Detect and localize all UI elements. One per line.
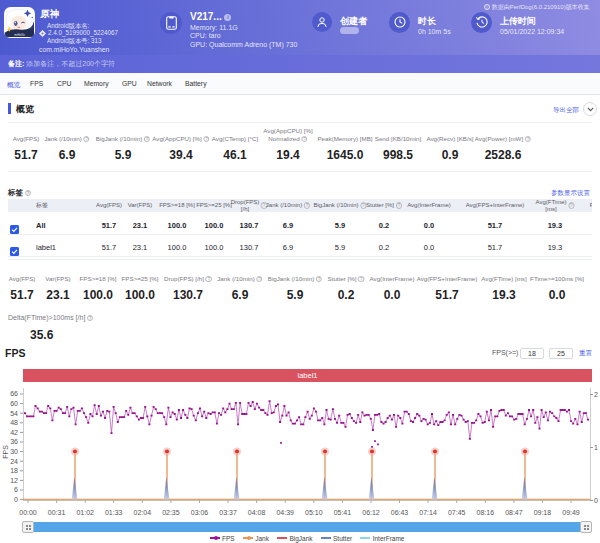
svg-text:08:47: 08:47 <box>505 509 523 516</box>
svg-text:05:10: 05:10 <box>305 509 323 516</box>
svg-text:01:33: 01:33 <box>105 509 123 516</box>
svg-text:12: 12 <box>10 477 18 484</box>
svg-text:24: 24 <box>10 458 18 465</box>
svg-text:42: 42 <box>10 429 18 436</box>
svg-text:00:31: 00:31 <box>48 509 66 516</box>
svg-text:02:04: 02:04 <box>134 509 152 516</box>
svg-text:04:39: 04:39 <box>276 509 294 516</box>
svg-text:03:37: 03:37 <box>219 509 237 516</box>
svg-text:FPS: FPS <box>2 445 9 459</box>
svg-text:2: 2 <box>594 391 598 398</box>
svg-text:07:45: 07:45 <box>448 509 466 516</box>
svg-text:36: 36 <box>10 438 18 445</box>
svg-text:1: 1 <box>594 444 598 451</box>
svg-text:0: 0 <box>14 496 18 503</box>
svg-text:05:41: 05:41 <box>334 509 352 516</box>
svg-text:00:00: 00:00 <box>19 509 37 516</box>
svg-text:01:02: 01:02 <box>76 509 94 516</box>
svg-text:08:16: 08:16 <box>477 509 495 516</box>
svg-text:66: 66 <box>10 390 18 397</box>
svg-text:6: 6 <box>14 486 18 493</box>
svg-text:60: 60 <box>10 400 18 407</box>
svg-text:06:43: 06:43 <box>391 509 409 516</box>
svg-text:03:06: 03:06 <box>191 509 209 516</box>
svg-text:07:14: 07:14 <box>419 509 437 516</box>
svg-text:04:08: 04:08 <box>248 509 266 516</box>
svg-text:02:35: 02:35 <box>162 509 180 516</box>
svg-text:30: 30 <box>10 448 18 455</box>
svg-text:54: 54 <box>10 410 18 417</box>
svg-text:09:18: 09:18 <box>534 509 552 516</box>
svg-text:0: 0 <box>594 497 598 504</box>
svg-text:06:12: 06:12 <box>362 509 380 516</box>
svg-text:18: 18 <box>10 467 18 474</box>
svg-text:09:49: 09:49 <box>562 509 580 516</box>
svg-text:48: 48 <box>10 419 18 426</box>
